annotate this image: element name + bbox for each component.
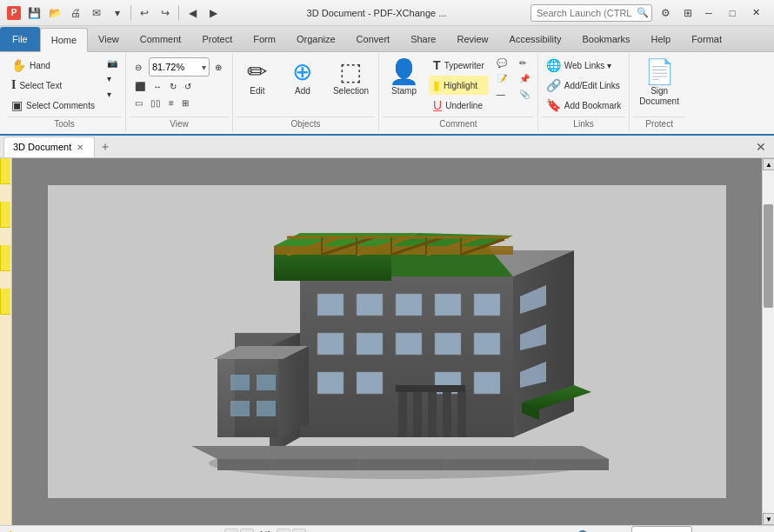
typewriter-button[interactable]: T Typewriter [429,56,489,75]
bookmark-marker-3[interactable] [0,245,10,271]
snapshot-button[interactable]: 📷 [103,56,122,70]
web-links-button[interactable]: 🌐 Web Links ▾ [542,56,626,75]
redo-button[interactable]: ↪ [156,3,175,23]
screen-button[interactable]: ⊞ [678,3,697,23]
customize-button[interactable]: ⚙ [656,3,675,23]
select-dropdown-button[interactable]: ▾ [103,87,122,102]
zoom-dropdown-icon[interactable]: ▾ [202,63,206,72]
bookmark-marker-4[interactable] [0,289,10,315]
two-page-button[interactable]: ▯▯ [147,96,164,110]
tab-review[interactable]: Review [446,27,498,51]
svg-marker-57 [217,459,609,470]
edit-button[interactable]: ✏ Edit [237,56,278,101]
doc-tab-name: 3D Document [13,142,71,152]
options-button[interactable]: Options... [22,528,70,533]
scroll-down-button[interactable]: ▼ [763,513,774,525]
forward-button[interactable]: ▶ [204,3,223,23]
svg-rect-15 [435,333,461,355]
page-prev-button[interactable]: ◀ [240,529,254,533]
underline-button[interactable]: U Underline [429,96,489,115]
zoom-out-button[interactable]: ⊖ [131,61,147,74]
document-tab[interactable]: 3D Document ✕ [3,136,95,157]
search-input[interactable] [530,4,652,22]
zoom-input[interactable] [152,62,200,72]
scroll-up-button[interactable]: ▲ [763,158,774,170]
page-layout-status-button[interactable]: ▭ [480,528,496,533]
bookmark-marker-1[interactable] [0,158,10,184]
tab-form[interactable]: Form [243,27,286,51]
add-edit-links-label: Add/Edit Links [564,81,620,90]
pin-button[interactable]: 📌 [515,71,534,86]
tab-accessibility[interactable]: Accessibility [499,27,572,51]
rotate-ccw-button[interactable]: ↺ [181,80,195,93]
paperclip-button[interactable]: 📎 [515,87,534,102]
fit-page-button[interactable]: ⬛ [131,80,149,93]
dropdown-button[interactable]: ▾ [108,3,127,23]
continuous-status-button[interactable]: ≡ [518,528,534,533]
open-folder-button[interactable]: 📂 [45,3,64,23]
tab-format[interactable]: Format [681,27,732,51]
page-next-button[interactable]: ▶ [277,529,290,533]
undo-button[interactable]: ↩ [135,3,154,23]
status-extra-button-3[interactable]: ⊕ [734,528,750,533]
add-bookmark-button[interactable]: 🔖 Add Bookmark [542,96,626,115]
tab-organize[interactable]: Organize [286,27,346,51]
zoom-out-status-button[interactable]: − [537,528,553,533]
svg-rect-8 [357,294,383,316]
maximize-button[interactable]: □ [721,3,744,23]
tab-home[interactable]: Home [40,28,88,52]
scroll-thumb[interactable] [764,204,773,307]
fit-page-status-button[interactable]: ⊞ [461,528,477,533]
tab-convert[interactable]: Convert [346,27,401,51]
continuous-button[interactable]: ≡ [165,96,177,110]
tab-comment[interactable]: Comment [130,27,192,51]
sticky-note-button[interactable]: 📝 [492,71,511,86]
links-group-content: 🌐 Web Links ▾ 🔗 Add/Edit Links 🔖 Add Boo… [542,56,626,115]
status-extra-button-4[interactable]: ⊞ [753,528,769,533]
tab-bookmarks[interactable]: Bookmarks [571,27,640,51]
tab-protect[interactable]: Protect [191,27,243,51]
bookmark-marker-2[interactable] [0,202,10,228]
select-comments-button[interactable]: ▣ Select Comments [7,96,99,115]
tab-help[interactable]: Help [641,27,682,51]
add-edit-links-button[interactable]: 🔗 Add/Edit Links [542,76,626,95]
sign-document-button[interactable]: 📄 SignDocument [633,56,685,111]
add-button[interactable]: ⊕ Add [282,56,324,101]
status-extra-button-2[interactable]: ⊡ [715,528,731,533]
fit-width-button[interactable]: ↔ [150,80,165,93]
strikethrough-button[interactable]: — [492,87,511,102]
stamp-dropdown-button[interactable]: ▾ [103,71,122,86]
two-page-status-button[interactable]: ▯ [499,528,515,533]
print-button[interactable]: 🖨 [66,3,85,23]
hand-tool-button[interactable]: ✋ Hand [7,56,99,75]
select-text-button[interactable]: I Select Text [7,76,99,95]
new-tab-button[interactable]: ＋ [95,137,116,156]
zoom-out-icon: ⊖ [135,63,142,72]
stamp-button[interactable]: 👤 Stamp [383,56,425,101]
tab-view[interactable]: View [88,27,130,51]
single-page-button[interactable]: ▭ [131,96,146,110]
split-button[interactable]: ⊞ [178,96,192,110]
tab-file[interactable]: File [0,27,40,51]
selection-button[interactable]: ⬚ Selection [327,56,375,101]
tab-share[interactable]: Share [400,27,446,51]
back-button[interactable]: ◀ [183,3,202,23]
zoom-in-status-button[interactable]: + [612,528,628,533]
save-button[interactable]: 💾 [24,3,43,23]
doc-tab-close-button[interactable]: ✕ [75,142,85,153]
minimize-button[interactable]: ─ [697,3,720,23]
pencil-button[interactable]: ✏ [515,56,534,70]
page-first-button[interactable]: ◀◀ [224,529,238,533]
email-button[interactable]: ✉ [87,3,106,23]
status-extra-button-1[interactable]: ⊟ [696,528,711,533]
close-document-button[interactable]: ✕ [751,137,771,156]
page-last-button[interactable]: ▶▶ [292,529,306,533]
comment-cloud-button[interactable]: 💬 [492,56,511,70]
rotate-cw-button[interactable]: ↻ [166,80,180,93]
close-button[interactable]: ✕ [744,3,767,23]
window-controls: ─ □ ✕ [697,3,767,23]
vertical-scrollbar[interactable]: ▲ ▼ [762,158,774,525]
highlight-button[interactable]: ▮ Highlight [429,76,489,95]
svg-marker-56 [191,446,609,459]
zoom-in-button[interactable]: ⊕ [211,61,227,74]
